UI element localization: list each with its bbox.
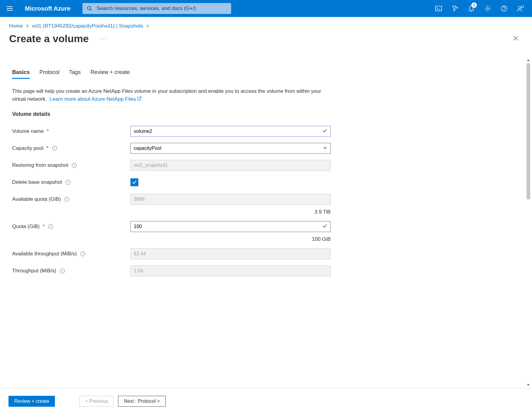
validation-check-icon: [322, 128, 328, 134]
quota-sub: 100 GiB: [12, 236, 331, 242]
check-icon: [132, 180, 137, 185]
page-title-row: Create a volume ···: [0, 32, 532, 51]
hamburger-menu-button[interactable]: [4, 2, 16, 15]
search-placeholder: Search resources, services, and docs (G+…: [96, 5, 196, 12]
tab-review[interactable]: Review + create: [90, 69, 130, 79]
row-capacity-pool: Capacity pool* i: [12, 140, 515, 157]
footer-actions: Review + create < Previous Next : Protoc…: [0, 388, 532, 414]
checkbox-delete-base[interactable]: [130, 178, 138, 186]
label-available-throughput-text: Available throughput (MiB/s): [12, 251, 77, 257]
help-icon: [501, 5, 507, 12]
select-capacity-pool[interactable]: [130, 143, 331, 154]
filter-icon: [452, 5, 458, 12]
label-available-quota-text: Available quota (GiB): [12, 196, 61, 202]
page-title: Create a volume: [9, 33, 89, 45]
hamburger-icon: [7, 6, 13, 11]
chevron-right-icon: [146, 24, 149, 28]
label-volume-name-text: Volume name: [12, 128, 44, 134]
label-throughput-text: Throughput (MiB/s): [12, 268, 56, 274]
info-icon[interactable]: i: [60, 268, 65, 273]
tab-basics[interactable]: Basics: [12, 69, 30, 79]
required-mark: *: [47, 128, 49, 134]
topbar: Microsoft Azure Search resources, servic…: [0, 0, 532, 17]
input-restoring-from: [130, 160, 331, 171]
search-icon: [87, 6, 92, 11]
row-quota: Quota (GiB)* i: [12, 218, 515, 235]
available-quota-sub: 3.9 TiB: [12, 209, 331, 215]
tab-strip: Basics Protocol Tags Review + create: [12, 69, 515, 79]
feedback-button[interactable]: [513, 0, 528, 17]
label-available-quota: Available quota (GiB) i: [12, 196, 130, 202]
row-volume-name: Volume name*: [12, 123, 515, 140]
input-throughput: [130, 265, 331, 276]
learn-more-link[interactable]: Learn more about Azure NetApp Files: [50, 96, 141, 102]
info-icon[interactable]: i: [64, 197, 69, 202]
label-quota-text: Quota (GiB): [12, 224, 40, 230]
svg-point-0: [87, 6, 91, 10]
input-volume-name[interactable]: [130, 126, 331, 137]
review-create-button[interactable]: Review + create: [8, 396, 55, 407]
scroll-down-button[interactable]: ▾: [525, 382, 531, 387]
learn-more-label: Learn more about Azure NetApp Files: [50, 96, 136, 102]
row-available-quota: Available quota (GiB) i: [12, 191, 515, 208]
info-icon[interactable]: i: [66, 180, 70, 185]
label-available-throughput: Available throughput (MiB/s) i: [12, 251, 130, 257]
close-icon: [513, 35, 519, 41]
info-icon[interactable]: i: [72, 163, 77, 168]
label-restoring-from-text: Restoring from snapshot: [12, 162, 68, 168]
content-panel: Basics Protocol Tags Review + create Thi…: [0, 56, 525, 388]
svg-point-5: [518, 6, 521, 9]
label-capacity-pool: Capacity pool* i: [12, 145, 130, 151]
info-icon[interactable]: i: [52, 146, 57, 151]
validation-check-icon: [322, 223, 328, 230]
label-quota: Quota (GiB)* i: [12, 224, 130, 230]
tab-protocol[interactable]: Protocol: [39, 69, 59, 79]
scrollbar-thumb[interactable]: [527, 63, 530, 200]
previous-button: < Previous: [79, 396, 114, 407]
input-available-quota: [130, 194, 331, 205]
breadcrumb-home[interactable]: Home: [9, 23, 23, 29]
label-throughput: Throughput (MiB/s) i: [12, 268, 130, 274]
tab-tags[interactable]: Tags: [69, 69, 81, 79]
label-delete-base: Delete base snapshot i: [12, 179, 130, 185]
close-blade-button[interactable]: [513, 35, 519, 42]
more-actions-button[interactable]: ···: [100, 35, 108, 42]
input-quota[interactable]: [130, 221, 331, 232]
label-restoring-from: Restoring from snapshot i: [12, 162, 130, 168]
row-available-throughput: Available throughput (MiB/s) i: [12, 245, 515, 262]
notification-badge: 1: [471, 2, 477, 8]
person-feedback-icon: [517, 5, 524, 12]
intro-text: This page will help you create an Azure …: [12, 87, 322, 103]
label-capacity-pool-text: Capacity pool: [12, 145, 43, 151]
help-button[interactable]: [496, 0, 512, 17]
row-throughput: Throughput (MiB/s) i: [12, 262, 515, 279]
input-available-throughput: [130, 248, 331, 259]
svg-point-4: [504, 10, 504, 11]
topbar-icon-group: 1: [431, 0, 528, 17]
label-volume-name: Volume name*: [12, 128, 130, 134]
scrollbar-track[interactable]: [527, 63, 530, 381]
breadcrumb: Home vol1 (RT1945292/capacityPool/vol1) …: [0, 17, 532, 32]
gear-icon: [484, 5, 491, 12]
info-icon[interactable]: i: [48, 224, 53, 229]
row-restoring-from: Restoring from snapshot i: [12, 157, 515, 174]
label-delete-base-text: Delete base snapshot: [12, 179, 62, 185]
directory-filter-button[interactable]: [447, 0, 463, 17]
scroll-up-button[interactable]: ▴: [525, 57, 531, 62]
global-search-input[interactable]: Search resources, services, and docs (G+…: [82, 3, 231, 14]
info-icon[interactable]: i: [80, 251, 85, 256]
chevron-right-icon: [26, 24, 29, 28]
cloud-shell-icon: [435, 6, 442, 11]
notifications-button[interactable]: 1: [463, 0, 479, 17]
breadcrumb-parent[interactable]: vol1 (RT1945292/capacityPool/vol1) | Sna…: [32, 23, 143, 29]
next-button[interactable]: Next : Protocol >: [118, 396, 166, 407]
required-mark: *: [46, 145, 49, 151]
required-mark: *: [43, 224, 45, 230]
external-link-icon: [137, 95, 141, 103]
cloud-shell-button[interactable]: [431, 0, 446, 17]
brand-title[interactable]: Microsoft Azure: [25, 5, 70, 12]
svg-point-2: [487, 8, 489, 9]
svg-rect-1: [436, 6, 442, 11]
settings-button[interactable]: [480, 0, 496, 17]
section-volume-details: Volume details: [12, 111, 515, 117]
